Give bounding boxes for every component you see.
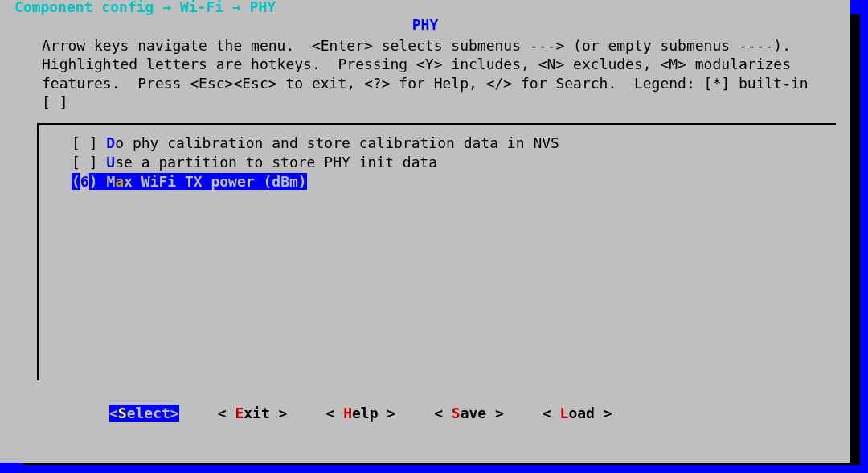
- help-button[interactable]: < Help >: [326, 405, 395, 422]
- select-button[interactable]: <Select>: [109, 405, 179, 422]
- exit-button[interactable]: < Exit >: [218, 405, 288, 422]
- help-text: Arrow keys navigate the menu. <Enter> se…: [42, 36, 813, 112]
- pre-hotkey: M: [106, 173, 115, 190]
- value-prefix-open: (: [72, 173, 80, 190]
- hotkey: U: [106, 154, 115, 171]
- save-button[interactable]: < Save >: [434, 405, 504, 422]
- menu-item-max-wifi-tx-power[interactable]: (6) Max WiFi TX power (dBm): [72, 172, 307, 191]
- menu-item-partition-phy-init[interactable]: [ ] Use a partition to store PHY init da…: [72, 153, 836, 172]
- item-label: x WiFi TX power (dBm): [124, 173, 307, 190]
- hotkey: a: [115, 173, 124, 190]
- item-label: se a partition to store PHY init data: [115, 154, 437, 171]
- menu-item-phy-calibration[interactable]: [ ] Do phy calibration and store calibra…: [72, 134, 836, 153]
- hotkey: D: [106, 134, 115, 151]
- checkbox-prefix: [ ]: [72, 134, 106, 151]
- button-row: <Select> < Exit > < Help > < Save > < Lo…: [109, 405, 836, 422]
- page-title: PHY: [14, 16, 836, 33]
- load-button[interactable]: < Load >: [542, 405, 612, 422]
- breadcrumb: Component config → Wi-Fi → PHY: [14, 0, 276, 15]
- value: 6: [80, 173, 89, 190]
- value-prefix-close: ): [89, 173, 107, 190]
- menuconfig-dialog: Component config → Wi-Fi → PHY PHY Arrow…: [0, 0, 850, 463]
- menu-list: [ ] Do phy calibration and store calibra…: [37, 123, 836, 380]
- checkbox-prefix: [ ]: [72, 154, 106, 171]
- item-label: o phy calibration and store calibration …: [115, 134, 559, 151]
